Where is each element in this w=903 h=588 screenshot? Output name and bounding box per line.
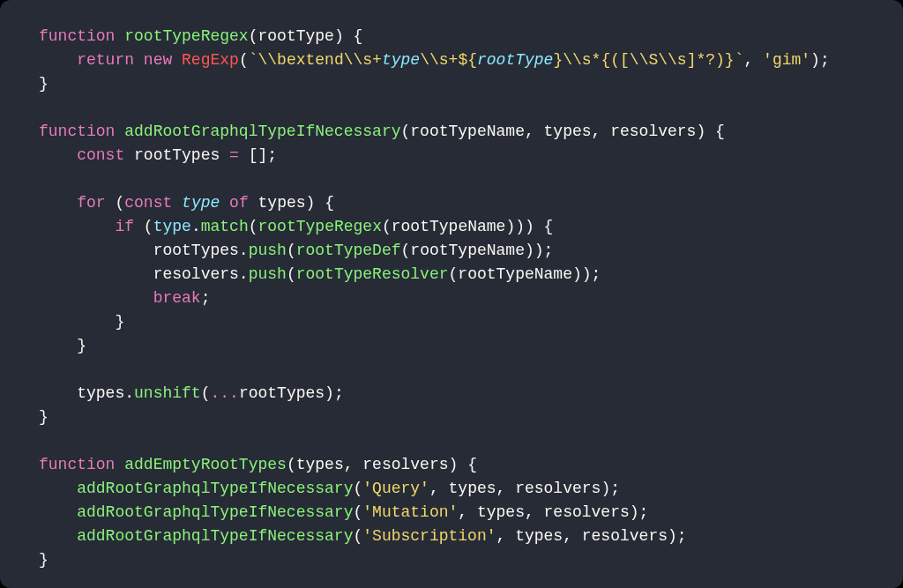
keyword-break: break xyxy=(153,289,201,307)
punc: ( xyxy=(449,265,459,283)
code-line: addRootGraphqlTypeIfNecessary('Mutation'… xyxy=(39,503,648,521)
punc: ( xyxy=(249,218,258,235)
code-line: resolvers.push(rootTypeResolver(rootType… xyxy=(39,265,601,283)
punc: . xyxy=(191,218,201,235)
template-body: \\s+ xyxy=(420,51,458,69)
punc: ) { xyxy=(449,456,477,473)
function-name: addEmptyRootTypes xyxy=(124,456,287,473)
code-line: } xyxy=(39,408,49,426)
call-rootTypeRegex: rootTypeRegex xyxy=(258,218,382,235)
keyword-function: function xyxy=(39,27,115,45)
punc: ); xyxy=(325,384,344,402)
punc: []; xyxy=(249,146,277,164)
call: addRootGraphqlTypeIfNecessary xyxy=(77,527,353,545)
var-name: rootTypes xyxy=(239,384,325,402)
punc: ( xyxy=(287,265,296,283)
var-name: resolvers xyxy=(544,503,630,521)
string-Query: 'Query' xyxy=(362,480,429,497)
punc: , xyxy=(429,480,449,497)
method-match: match xyxy=(201,218,249,235)
code-line: rootTypes.push(rootTypeDef(rootTypeName)… xyxy=(39,242,553,259)
var-name: resolvers xyxy=(515,480,601,497)
param: types xyxy=(544,123,592,140)
code-line: } xyxy=(39,337,86,354)
punc: ); xyxy=(630,503,649,521)
call-rootTypeResolver: rootTypeResolver xyxy=(296,265,449,283)
param: resolvers xyxy=(362,456,448,473)
code-line: for (const type of types) { xyxy=(39,194,334,212)
var-name: types xyxy=(515,527,563,545)
punc: ); xyxy=(601,480,620,497)
interp-var: rootType xyxy=(477,51,553,69)
var-name: rootTypes xyxy=(134,146,220,164)
var-name: rootTypeName xyxy=(410,242,525,259)
punc: , xyxy=(496,480,516,497)
punc: ) { xyxy=(696,123,724,140)
punc: ( xyxy=(401,123,411,140)
punc: ) { xyxy=(334,27,362,45)
punc: . xyxy=(124,384,134,402)
var-name: types xyxy=(449,480,496,497)
punc: ) { xyxy=(306,194,334,212)
keyword-function: function xyxy=(39,456,115,473)
punc: ( xyxy=(115,194,124,212)
class-RegExp: RegExp xyxy=(182,51,239,69)
call: addRootGraphqlTypeIfNecessary xyxy=(77,503,353,521)
template-backtick: ` xyxy=(735,51,744,69)
code-line: addRootGraphqlTypeIfNecessary('Query', t… xyxy=(39,480,620,497)
loop-var: type xyxy=(182,194,220,212)
interp-open: ${ xyxy=(458,51,477,69)
punc: ); xyxy=(810,51,830,69)
punc: ( xyxy=(353,480,362,497)
punc: ( xyxy=(353,503,362,521)
punc: } xyxy=(115,313,124,331)
punc: )); xyxy=(572,265,601,283)
keyword-if: if xyxy=(115,218,134,235)
punc: , xyxy=(592,123,611,140)
punc: ( xyxy=(249,27,258,45)
punc: , xyxy=(458,503,477,521)
punc: )); xyxy=(525,242,553,259)
var-name: rootTypes xyxy=(153,242,239,259)
keyword-of: of xyxy=(229,194,249,212)
var-name: types xyxy=(258,194,306,212)
string-Subscription: 'Subscription' xyxy=(362,527,496,545)
var-name: resolvers xyxy=(582,527,668,545)
punc: } xyxy=(39,551,49,569)
punc: , xyxy=(496,527,516,545)
keyword-function: function xyxy=(39,123,115,140)
keyword-const: const xyxy=(77,146,124,164)
code-editor[interactable]: function rootTypeRegex(rootType) { retur… xyxy=(0,0,903,588)
punc: ( xyxy=(401,242,411,259)
punc: , xyxy=(344,456,363,473)
method-push: push xyxy=(249,265,287,283)
param: rootTypeName xyxy=(410,123,525,140)
call-rootTypeDef: rootTypeDef xyxy=(296,242,401,259)
param: resolvers xyxy=(610,123,696,140)
punc: , xyxy=(563,527,582,545)
punc: } xyxy=(77,337,86,354)
code-line: } xyxy=(39,313,124,331)
code-line: if (type.match(rootTypeRegex(rootTypeNam… xyxy=(39,218,553,235)
call: addRootGraphqlTypeIfNecessary xyxy=(77,480,353,497)
keyword-for: for xyxy=(77,194,105,212)
template-body: \\s*{([\\S\\s]*?)} xyxy=(563,51,734,69)
var-name: resolvers xyxy=(153,265,239,283)
punc: } xyxy=(39,408,49,426)
punc: ( xyxy=(287,456,296,473)
param: rootType xyxy=(257,27,333,45)
param: types xyxy=(296,456,344,473)
function-name: rootTypeRegex xyxy=(124,27,248,45)
method-push: push xyxy=(249,242,287,259)
punc: ( xyxy=(287,242,296,259)
var-name: rootTypeName xyxy=(458,265,572,283)
code-line: } xyxy=(39,551,49,569)
string-gim: 'gim' xyxy=(763,51,810,69)
string-Mutation: 'Mutation' xyxy=(362,503,458,521)
punc: , xyxy=(525,503,544,521)
var-name: types xyxy=(77,384,124,402)
punc: , xyxy=(743,51,763,69)
var-name: type xyxy=(153,218,191,235)
function-name: addRootGraphqlTypeIfNecessary xyxy=(124,123,400,140)
interp-close: } xyxy=(553,51,563,69)
